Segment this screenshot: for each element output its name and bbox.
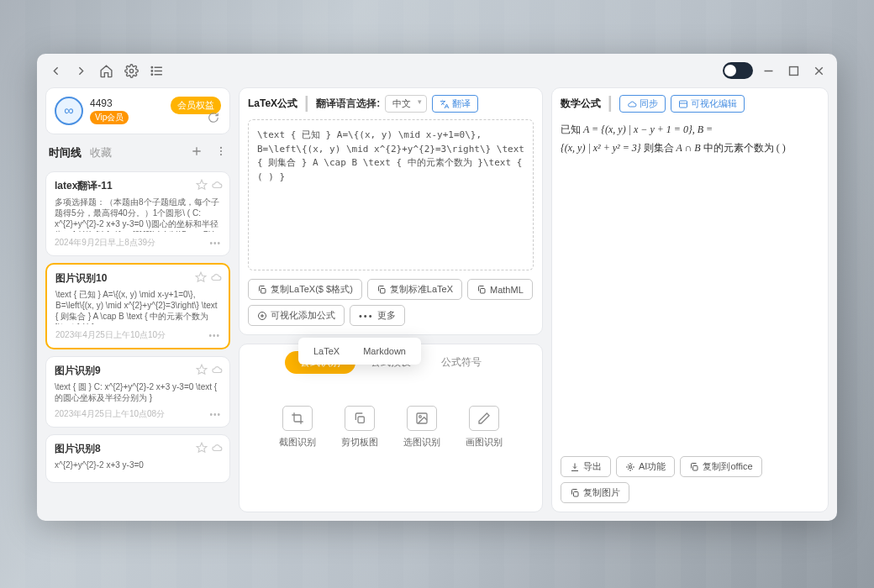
sync-label: 同步 — [640, 97, 658, 110]
svg-rect-22 — [481, 288, 486, 293]
timeline-item[interactable]: 图片识别8 x^{2}+y^{2}-2 x+3 y-3=0 — [45, 434, 230, 483]
refresh-icon[interactable] — [208, 112, 219, 127]
separator: ┃ — [303, 96, 311, 112]
action-label: 选图识别 — [403, 436, 440, 449]
sync-button[interactable]: 同步 — [619, 95, 666, 113]
cloud-icon[interactable] — [211, 179, 223, 194]
svg-rect-26 — [358, 417, 364, 423]
export-button[interactable]: 导出 — [561, 456, 611, 477]
home-button[interactable] — [96, 60, 116, 81]
copy-latex-button[interactable]: 复制LaTeX($ $格式) — [248, 279, 362, 300]
latex-panel-title: LaTeX公式 — [248, 97, 297, 111]
mathml-button[interactable]: MathML — [467, 279, 533, 300]
timeline-item[interactable]: 图片识别10 \text { 已知 } A=\{(x, y) \mid x-y+… — [45, 263, 230, 349]
math-text: A = {(x, y) | x − y + 1 = 0}, B = — [583, 123, 713, 135]
nav-back-button[interactable] — [45, 60, 66, 81]
nav-forward-button[interactable] — [71, 60, 91, 81]
export-label: 导出 — [583, 460, 602, 473]
sidebar: ∞ 4493 Vip会员 会员权益 时间线 收藏 latex翻译-11 — [45, 87, 230, 512]
maximize-button[interactable] — [783, 60, 803, 81]
more-button[interactable]: •••更多 — [350, 305, 405, 326]
middle-column: LaTeX公式 ┃ 翻译语言选择: 中文 翻译 \text { 已知 } A=\… — [239, 87, 543, 512]
math-panel: 数学公式 ┃ 同步 可视化编辑 已知 A = {(x, y) | x − y +… — [551, 87, 829, 512]
mathml-label: MathML — [490, 285, 524, 295]
svg-point-13 — [220, 147, 222, 149]
separator: ┃ — [606, 96, 614, 112]
math-text: A ∩ B — [677, 142, 701, 154]
dark-mode-toggle[interactable] — [723, 62, 753, 79]
bottom-panel: 公式识别 公式预设 公式符号 截图识别 剪切板图 选图识别 — [239, 344, 543, 512]
copy-image-button[interactable]: 复制图片 — [561, 482, 629, 503]
tab-timeline[interactable]: 时间线 — [49, 145, 82, 160]
pencil-icon — [469, 406, 499, 431]
cloud-icon[interactable] — [210, 271, 222, 286]
star-icon[interactable] — [195, 271, 207, 286]
add-button[interactable] — [190, 144, 203, 161]
svg-rect-29 — [680, 101, 687, 108]
translate-button[interactable]: 翻译 — [432, 95, 478, 113]
ai-label: AI功能 — [639, 460, 666, 473]
item-text: \text { 圆 } C: x^{2}+y^{2}-2 x+3 y-3=0 \… — [55, 381, 221, 403]
language-select[interactable]: 中文 — [385, 95, 427, 113]
titlebar — [37, 54, 837, 87]
copy-std-latex-button[interactable]: 复制标准LaTeX — [367, 279, 462, 300]
svg-point-6 — [151, 74, 152, 75]
item-time: 2023年4月25日上午10点10分 — [55, 329, 166, 341]
tab-favorites[interactable]: 收藏 — [90, 145, 112, 160]
visual-add-label: 可视化添加公式 — [271, 309, 335, 322]
svg-marker-16 — [197, 180, 207, 189]
minimize-button[interactable] — [758, 60, 778, 81]
svg-marker-18 — [197, 365, 207, 374]
svg-rect-20 — [261, 288, 266, 293]
item-text: 多项选择题：（本题由8个子题组成，每个子题得5分，最高得40分。）1个圆形\ (… — [55, 197, 221, 232]
more-icon[interactable] — [215, 145, 227, 160]
visual-edit-button[interactable]: 可视化编辑 — [671, 95, 745, 113]
settings-button[interactable] — [121, 60, 141, 81]
item-more-icon[interactable]: ••• — [209, 239, 221, 248]
lang-label: 翻译语言选择: — [316, 97, 380, 111]
cloud-icon[interactable] — [211, 442, 223, 457]
item-more-icon[interactable]: ••• — [209, 410, 221, 419]
copy-image-label: 复制图片 — [583, 486, 620, 499]
math-text: {(x, y) | x² + y² = 3} — [561, 142, 641, 154]
svg-rect-8 — [789, 66, 798, 75]
right-column: 数学公式 ┃ 同步 可视化编辑 已知 A = {(x, y) | x − y +… — [551, 87, 829, 512]
svg-rect-21 — [380, 288, 385, 293]
close-button[interactable] — [808, 60, 829, 81]
timeline-header: 时间线 收藏 — [45, 143, 230, 163]
svg-marker-17 — [196, 272, 206, 281]
vip-badge: Vip会员 — [90, 111, 129, 124]
action-draw[interactable]: 画图识别 — [466, 406, 503, 449]
item-text: \text { 已知 } A=\{(x, y) \mid x-y+1=0\}, … — [55, 289, 220, 324]
popup-latex[interactable]: LaTeX — [303, 343, 350, 360]
star-icon[interactable] — [196, 179, 208, 194]
list-button[interactable] — [146, 60, 166, 81]
action-label: 画图识别 — [466, 436, 503, 449]
more-label: 更多 — [377, 309, 396, 322]
action-grid: 截图识别 剪切板图 选图识别 画图识别 — [240, 381, 542, 465]
action-select-image[interactable]: 选图识别 — [403, 406, 440, 449]
copy-office-button[interactable]: 复制到office — [680, 456, 761, 477]
item-more-icon[interactable]: ••• — [208, 331, 220, 340]
star-icon[interactable] — [196, 364, 208, 379]
latex-input[interactable]: \text { 已知 } A=\{(x, y) \mid x-y+1=0\}, … — [248, 119, 534, 270]
svg-point-15 — [220, 154, 222, 155]
visual-edit-label: 可视化编辑 — [691, 97, 737, 110]
avatar[interactable]: ∞ — [55, 97, 83, 125]
action-screenshot[interactable]: 截图识别 — [279, 406, 316, 449]
ai-button[interactable]: AI功能 — [616, 456, 675, 477]
action-label: 截图识别 — [279, 436, 316, 449]
popup-markdown[interactable]: Markdown — [353, 343, 416, 360]
math-text: 已知 — [561, 123, 583, 135]
segment-symbol[interactable]: 公式符号 — [426, 351, 497, 374]
item-time: 2024年9月2日早上8点39分 — [55, 237, 155, 249]
svg-point-30 — [629, 465, 632, 468]
cloud-icon[interactable] — [211, 364, 223, 379]
svg-rect-31 — [693, 465, 698, 470]
visual-add-button[interactable]: 可视化添加公式 — [248, 305, 345, 326]
timeline-item[interactable]: 图片识别9 \text { 圆 } C: x^{2}+y^{2}-2 x+3 y… — [45, 356, 230, 428]
math-render: 已知 A = {(x, y) | x − y + 1 = 0}, B = {(x… — [552, 113, 828, 165]
star-icon[interactable] — [196, 442, 208, 457]
action-clipboard[interactable]: 剪切板图 — [341, 406, 378, 449]
timeline-item[interactable]: latex翻译-11 多项选择题：（本题由8个子题组成，每个子题得5分，最高得4… — [45, 171, 230, 256]
